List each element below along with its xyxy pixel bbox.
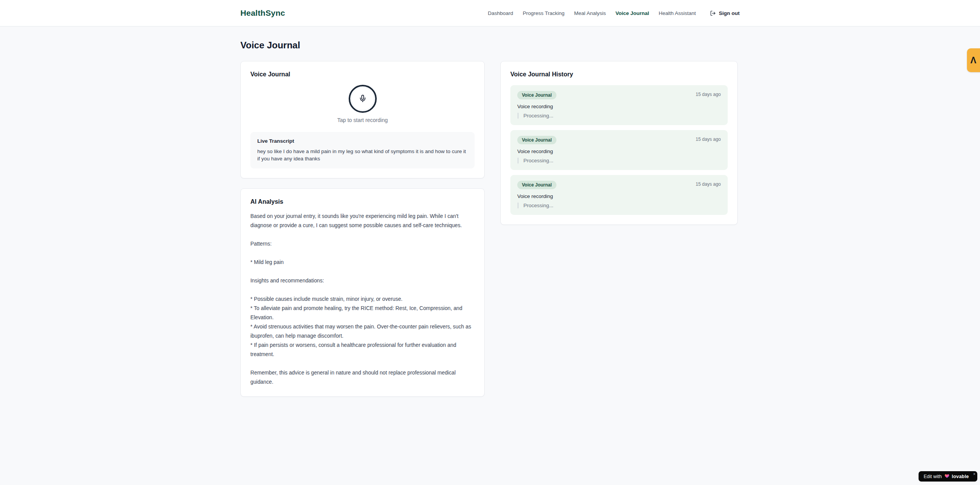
nav-voice-journal[interactable]: Voice Journal (616, 10, 649, 16)
live-transcript-title: Live Transcript (257, 138, 468, 144)
close-icon[interactable]: × (973, 472, 975, 476)
main-content: Voice Journal Voice Journal Tap to start… (240, 26, 740, 397)
recording-zone: Tap to start recording (250, 85, 475, 123)
entry-processing-status: Processing... (518, 203, 721, 208)
ai-analysis-title: AI Analysis (250, 198, 475, 205)
recorder-card-title: Voice Journal (250, 71, 475, 78)
sign-out-icon (710, 10, 716, 16)
entry-type-badge: Voice Journal (517, 181, 556, 189)
entry-timestamp: 15 days ago (696, 91, 721, 97)
page-title: Voice Journal (240, 40, 740, 51)
lovable-brand-label: lovable (952, 474, 969, 479)
nav-health-assistant[interactable]: Health Assistant (659, 10, 696, 16)
history-list: Voice Journal 15 days ago Voice recordin… (510, 85, 728, 215)
entry-type-badge: Voice Journal (517, 91, 556, 99)
right-column: Voice Journal History Voice Journal 15 d… (500, 61, 738, 225)
history-card-title: Voice Journal History (510, 71, 728, 78)
header: HealthSync Dashboard Progress Tracking M… (0, 0, 980, 26)
side-badge-logo-icon: Λ (970, 56, 976, 65)
history-entry: Voice Journal 15 days ago Voice recordin… (510, 130, 728, 170)
tap-to-record-hint: Tap to start recording (337, 117, 388, 123)
entry-processing-status: Processing... (518, 158, 721, 163)
entry-timestamp: 15 days ago (696, 181, 721, 187)
sign-out-button[interactable]: Sign out (710, 10, 740, 16)
left-column: Voice Journal Tap to start recording Liv… (240, 61, 485, 397)
edit-with-label: Edit with (924, 474, 942, 479)
live-transcript-text: hey so like I do have a mild pain in my … (257, 148, 468, 162)
entry-processing-status: Processing... (518, 113, 721, 119)
nav-dashboard[interactable]: Dashboard (488, 10, 513, 16)
entry-label: Voice recording (517, 148, 721, 154)
ai-analysis-text: Based on your journal entry, it sounds l… (250, 212, 475, 387)
nav-meal-analysis[interactable]: Meal Analysis (574, 10, 606, 16)
main-nav: Dashboard Progress Tracking Meal Analysi… (488, 10, 740, 16)
entry-timestamp: 15 days ago (696, 136, 721, 142)
history-entry: Voice Journal 15 days ago Voice recordin… (510, 175, 728, 215)
sign-out-label: Sign out (719, 10, 740, 16)
history-card: Voice Journal History Voice Journal 15 d… (500, 61, 738, 225)
brand-logo[interactable]: HealthSync (240, 8, 285, 18)
heart-icon (944, 473, 950, 480)
nav-progress-tracking[interactable]: Progress Tracking (523, 10, 564, 16)
entry-label: Voice recording (517, 104, 721, 109)
record-button[interactable] (349, 85, 377, 113)
microphone-icon (359, 94, 367, 104)
recorder-card: Voice Journal Tap to start recording Liv… (240, 61, 485, 178)
side-app-badge[interactable]: Λ (967, 48, 980, 72)
ai-analysis-card: AI Analysis Based on your journal entry,… (240, 188, 485, 397)
history-entry: Voice Journal 15 days ago Voice recordin… (510, 85, 728, 125)
edit-with-lovable-badge[interactable]: Edit with lovable × (919, 471, 977, 482)
entry-type-badge: Voice Journal (517, 136, 556, 144)
entry-label: Voice recording (517, 193, 721, 199)
live-transcript-panel: Live Transcript hey so like I do have a … (250, 132, 475, 168)
